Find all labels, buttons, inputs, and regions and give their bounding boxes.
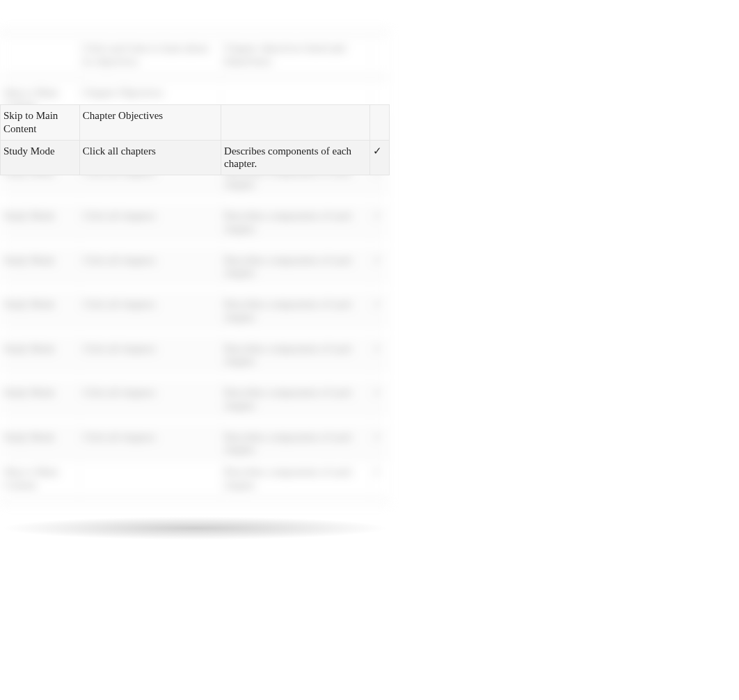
cell (1, 285, 80, 294)
cell (221, 72, 370, 81)
cell: Describes components of each chapter. (221, 382, 370, 417)
table-row (1, 328, 390, 337)
table-row: Study ModeClick all chaptersDescribes co… (1, 294, 390, 329)
cell-click-all: Click all chapters (79, 140, 221, 175)
table-row: Skip to Main ContentDescribes components… (1, 461, 390, 497)
cell (1, 72, 80, 81)
table-row: Study ModeClick all chaptersDescribes co… (1, 382, 390, 417)
cell (370, 38, 389, 73)
cell (79, 496, 221, 505)
cell (221, 328, 370, 337)
cell: Study Mode (1, 294, 80, 329)
cell: Study Mode (1, 249, 80, 285)
table-row (1, 72, 390, 81)
cell: Describes components of each chapter. (221, 337, 370, 373)
cell (79, 29, 221, 38)
cell (221, 285, 370, 294)
cell (1, 29, 80, 38)
cell (370, 240, 389, 249)
table-row: Study ModeClick all chaptersDescribes co… (1, 205, 390, 241)
cell: Study Mode (1, 337, 80, 373)
cell-skip-link: Skip to Main Content (1, 105, 80, 141)
cell: Describes components of each chapter. (221, 294, 370, 329)
cell: Describes components of each chapter. (221, 205, 370, 241)
cell (79, 72, 221, 81)
cell (370, 72, 389, 81)
cell (370, 417, 389, 426)
preview-table-blurred: Click each item to learn about its objec… (0, 28, 390, 506)
cell (1, 417, 80, 426)
cell: Skip to Main Content (1, 461, 80, 497)
cell (370, 373, 389, 382)
cell: Describes components of each chapter. (221, 461, 370, 497)
cell (1, 496, 80, 505)
cell-description (221, 105, 370, 141)
cell (1, 196, 80, 205)
cell: Study Mode (1, 426, 80, 461)
table-row (1, 240, 390, 249)
cell-study-mode: Study Mode (1, 140, 80, 175)
cell: Click all chapters (79, 337, 221, 373)
cell-check: ✓ (370, 140, 389, 175)
cell (221, 196, 370, 205)
cell: Study Mode (1, 382, 80, 417)
cell: Click all chapters (79, 294, 221, 329)
table-row: Study ModeClick all chaptersDescribes co… (1, 337, 390, 373)
cell (221, 417, 370, 426)
cell (370, 196, 389, 205)
cell (221, 373, 370, 382)
cell (1, 328, 80, 337)
cell (370, 496, 389, 505)
focused-rows-layer: Skip to Main Content Chapter Objectives … (0, 104, 390, 175)
cell (79, 196, 221, 205)
cell-description: Describes components of each chapter. (221, 140, 370, 175)
table-row (1, 196, 390, 205)
table-row (1, 373, 390, 382)
cell (370, 328, 389, 337)
cell (221, 496, 370, 505)
table-row: Click each item to learn about its objec… (1, 38, 390, 73)
table-row: Skip to Main Content Chapter Objectives (1, 105, 390, 141)
cell (79, 461, 221, 497)
cell (1, 373, 80, 382)
cell: ✓ (370, 426, 389, 461)
cell: Describes components of each chapter. (221, 426, 370, 461)
cell: Click all chapters (79, 205, 221, 241)
table-row: Study ModeClick all chaptersDescribes co… (1, 426, 390, 461)
cell-objectives: Chapter Objectives (79, 105, 221, 141)
cell: ✓ (370, 205, 389, 241)
cell: Click each item to learn about its objec… (79, 38, 221, 73)
cell (79, 285, 221, 294)
table-row (1, 496, 390, 505)
cell (79, 240, 221, 249)
cell (370, 285, 389, 294)
cell: ✓ (370, 294, 389, 329)
table-row (1, 29, 390, 38)
cell-check (370, 105, 389, 141)
cell: ✓ (370, 337, 389, 373)
cell: Click all chapters (79, 426, 221, 461)
cell (79, 373, 221, 382)
document-preview: Click each item to learn about its objec… (0, 28, 390, 536)
cell: Study Mode (1, 205, 80, 241)
cell (79, 417, 221, 426)
cell: Click all chapters (79, 249, 221, 285)
table-row: Study ModeClick all chaptersDescribes co… (1, 249, 390, 285)
cell: ✓ (370, 461, 389, 497)
table-row: Study Mode Click all chapters Describes … (1, 140, 390, 175)
cell: Chapter objectives listed and linked her… (221, 38, 370, 73)
preview-table-sharp: Skip to Main Content Chapter Objectives … (0, 104, 390, 175)
table-row (1, 285, 390, 294)
cell: Click all chapters (79, 382, 221, 417)
table-row (1, 417, 390, 426)
cell: Describes components of each chapter. (221, 249, 370, 285)
cell (1, 240, 80, 249)
cell: ✓ (370, 249, 389, 285)
cell (79, 328, 221, 337)
cell (370, 29, 389, 38)
cell (221, 240, 370, 249)
cell (1, 38, 80, 73)
cell (221, 29, 370, 38)
cell: ✓ (370, 382, 389, 417)
